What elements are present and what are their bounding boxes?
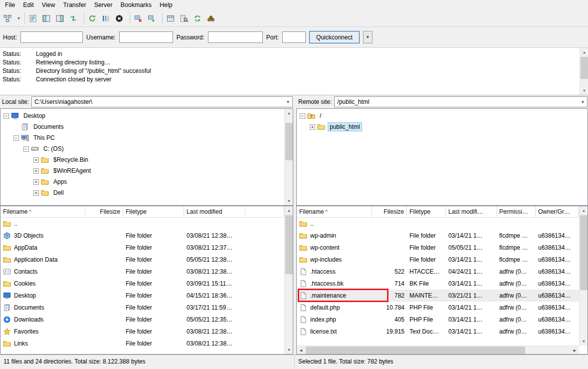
- file-row[interactable]: AppDataFile folder03/08/21 12:37…: [0, 242, 284, 254]
- log-scrollbar[interactable]: ▲ ▼: [580, 48, 588, 95]
- file-row[interactable]: DocumentsFile folder03/17/21 11:59…: [0, 302, 284, 314]
- file-row[interactable]: DownloadsFile folder05/05/21 12:35…: [0, 314, 284, 326]
- find-files-button[interactable]: [205, 11, 219, 25]
- reconnect-button[interactable]: [146, 11, 160, 25]
- column-header-filetype[interactable]: Filetype: [407, 206, 446, 217]
- tree-item[interactable]: +$WinREAgent: [0, 165, 293, 176]
- toggle-remote-tree-button[interactable]: [54, 11, 68, 25]
- quickconnect-dropdown-button[interactable]: ▼: [363, 31, 373, 43]
- menu-transfer[interactable]: Transfer: [59, 0, 90, 10]
- collapse-toggle-icon[interactable]: −: [13, 135, 19, 141]
- password-input[interactable]: [208, 31, 263, 43]
- scroll-up-icon[interactable]: ▲: [580, 48, 588, 56]
- file-row[interactable]: .htaccess.bk714BK File03/14/21 1…adfrw (…: [297, 278, 579, 290]
- menu-view[interactable]: View: [38, 0, 59, 10]
- username-input[interactable]: [119, 31, 173, 43]
- expand-toggle-icon[interactable]: +: [33, 168, 39, 174]
- file-row[interactable]: license.txt19.915Text Doc…03/14/21 1…adf…: [297, 326, 579, 338]
- file-row[interactable]: ..: [297, 218, 579, 230]
- local-tree-scrollbar[interactable]: ▲ ▼: [284, 109, 293, 205]
- remote-site-combo[interactable]: /public_html ▼: [334, 96, 588, 107]
- file-row[interactable]: Application DataFile folder05/05/21 12:3…: [0, 254, 284, 266]
- remote-list-hscrollbar[interactable]: ◀ ▶: [297, 346, 579, 354]
- port-input[interactable]: [282, 31, 306, 43]
- tree-item[interactable]: −?/: [297, 110, 588, 121]
- toggle-message-log-button[interactable]: [27, 11, 41, 25]
- process-queue-button[interactable]: [100, 11, 114, 25]
- scroll-up-icon[interactable]: ▲: [285, 109, 293, 117]
- scroll-thumb[interactable]: [285, 123, 293, 160]
- toggle-local-tree-button[interactable]: [41, 11, 54, 25]
- file-row[interactable]: ContactsFile folder03/08/21 12:38…: [0, 266, 284, 278]
- scroll-up-icon[interactable]: ▲: [285, 206, 293, 215]
- chevron-down-icon[interactable]: ▼: [284, 97, 292, 107]
- tree-item[interactable]: +public_html: [297, 121, 588, 132]
- tree-item[interactable]: +$Recycle.Bin: [0, 154, 293, 165]
- scroll-right-icon[interactable]: ▶: [571, 346, 579, 355]
- file-row[interactable]: default.php10.784PHP File03/14/21 1…adfr…: [297, 302, 579, 314]
- menu-edit[interactable]: Edit: [19, 0, 38, 10]
- file-row[interactable]: wp-adminFile folder03/14/21 1…flcdmpe …u…: [297, 230, 579, 242]
- file-row[interactable]: index.php405PHP File03/14/21 1…adfrw (0……: [297, 314, 579, 326]
- column-header-owner-gr[interactable]: Owner/Gr…: [536, 206, 579, 217]
- tree-item[interactable]: −C: (OS): [0, 143, 293, 154]
- column-header-filesize[interactable]: Filesize: [85, 206, 123, 217]
- collapse-toggle-icon[interactable]: −: [3, 113, 9, 119]
- sync-browse-button[interactable]: [192, 11, 205, 25]
- site-manager-button[interactable]: [2, 11, 15, 25]
- local-list-scrollbar[interactable]: ▲ ▼: [284, 206, 293, 354]
- menu-server[interactable]: Server: [90, 0, 117, 10]
- filter-button[interactable]: [165, 11, 179, 25]
- expand-toggle-icon[interactable]: +: [33, 190, 39, 196]
- scroll-down-icon[interactable]: ▼: [580, 86, 588, 95]
- menu-help[interactable]: Help: [156, 0, 177, 10]
- tree-item[interactable]: −Desktop: [0, 110, 293, 121]
- menu-file[interactable]: File: [1, 0, 19, 10]
- file-row[interactable]: DesktopFile folder04/15/21 18:36…: [0, 290, 284, 302]
- collapse-toggle-icon[interactable]: −: [23, 146, 29, 152]
- menu-bookmarks[interactable]: Bookmarks: [116, 0, 156, 10]
- file-row[interactable]: LinksFile folder03/08/21 12:38…: [0, 338, 284, 350]
- scroll-down-icon[interactable]: ▼: [285, 346, 293, 354]
- file-row[interactable]: wp-contentFile folder05/05/21 1…flcdmpe …: [297, 242, 579, 254]
- column-header-last-modifi[interactable]: Last modifi…: [446, 206, 497, 217]
- tree-item[interactable]: Documents: [0, 121, 293, 132]
- host-input[interactable]: [20, 31, 83, 43]
- expand-toggle-icon[interactable]: +: [33, 157, 39, 163]
- file-row[interactable]: ..: [0, 218, 284, 230]
- scroll-thumb[interactable]: [306, 347, 525, 354]
- collapse-toggle-icon[interactable]: −: [300, 113, 305, 119]
- tree-item[interactable]: +Dell: [0, 187, 293, 198]
- expand-toggle-icon[interactable]: +: [33, 179, 39, 185]
- tree-item[interactable]: +Apps: [0, 176, 293, 187]
- tree-item[interactable]: −This PC: [0, 132, 293, 143]
- scroll-thumb[interactable]: [285, 215, 293, 274]
- column-header-permissi[interactable]: Permissi…: [497, 206, 536, 217]
- scroll-left-icon[interactable]: ◀: [297, 346, 305, 355]
- compare-button[interactable]: [179, 11, 192, 25]
- scroll-down-icon[interactable]: ▼: [580, 337, 588, 346]
- column-header-filesize[interactable]: Filesize: [372, 206, 407, 217]
- refresh-button[interactable]: [87, 11, 100, 25]
- chevron-down-icon[interactable]: ▼: [579, 97, 587, 107]
- quickconnect-button[interactable]: Quickconnect: [309, 31, 360, 43]
- scroll-thumb[interactable]: [580, 215, 588, 290]
- file-row[interactable]: .maintenance782MAINTE…03/21/21 1…adfrw (…: [297, 290, 579, 302]
- column-header-filename[interactable]: Filename^: [297, 206, 372, 217]
- local-site-combo[interactable]: C:\Users\niagahoster\ ▼: [31, 96, 293, 107]
- column-header-filename[interactable]: Filename^: [0, 206, 85, 217]
- expand-toggle-icon[interactable]: +: [310, 124, 315, 130]
- scroll-down-icon[interactable]: ▼: [285, 197, 293, 205]
- file-row[interactable]: FavoritesFile folder03/08/21 12:38…: [0, 326, 284, 338]
- file-row[interactable]: wp-includesFile folder03/14/21 1…flcdmpe…: [297, 254, 579, 266]
- column-header-filetype[interactable]: Filetype: [123, 206, 184, 217]
- file-row[interactable]: CookiesFile folder03/09/21 15:11…: [0, 278, 284, 290]
- cancel-button[interactable]: [114, 11, 127, 25]
- toggle-queue-button[interactable]: [68, 11, 81, 25]
- column-header-last-modified[interactable]: Last modified: [184, 206, 245, 217]
- file-row[interactable]: .htaccess522HTACCE…04/24/21 1…adfrw (0…u…: [297, 266, 579, 278]
- scroll-thumb[interactable]: [581, 57, 588, 79]
- disconnect-button[interactable]: [133, 11, 146, 25]
- remote-list-scrollbar[interactable]: ▲ ▼: [579, 206, 588, 346]
- scroll-up-icon[interactable]: ▲: [580, 206, 588, 215]
